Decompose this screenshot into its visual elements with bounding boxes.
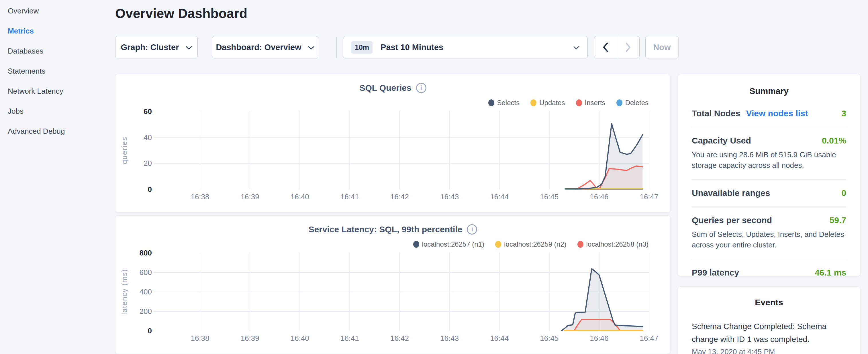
svg-text:0: 0 [148,326,152,335]
graph-dropdown[interactable]: Graph: Cluster [115,36,198,58]
legend-label: Updates [539,99,565,107]
legend-dot-icon [530,99,536,106]
sql-queries-chart-card: SQL Queries i SelectsUpdatesInsertsDelet… [115,74,671,213]
now-button[interactable]: Now [645,36,679,58]
svg-text:16:43: 16:43 [440,334,459,343]
divider [692,259,846,259]
sidebar-item-statements[interactable]: Statements [8,66,111,76]
legend-item[interactable]: Selects [488,99,520,107]
sidebar-item-jobs[interactable]: Jobs [8,106,111,116]
time-back-button[interactable] [594,36,617,58]
time-step-control [594,36,640,58]
divider [692,127,846,127]
qps-value: 59.7 [830,215,846,225]
dashboard-dropdown-label: Dashboard: Overview [216,43,301,52]
legend-dot-icon [488,99,494,106]
total-nodes-label: Total Nodes [692,108,740,118]
time-range-badge: 10m [351,41,373,54]
now-button-label: Now [653,43,671,52]
events-panel: Events Schema Change Completed: Schema c… [678,286,860,354]
summary-row-qps: Queries per second 59.7 [692,215,846,225]
total-nodes-value: 3 [841,108,846,118]
time-forward-button[interactable] [617,36,639,58]
controls-bar: Graph: Cluster Dashboard: Overview 10m P… [115,36,679,58]
graph-dropdown-label: Graph: Cluster [121,43,179,52]
info-icon[interactable]: i [416,83,426,93]
legend-label: Inserts [585,99,606,107]
svg-text:16:38: 16:38 [191,334,209,343]
qps-label: Queries per second [692,215,772,225]
summary-panel: Summary Total Nodes View nodes list 3 Ca… [678,74,860,277]
sidebar-item-network-latency[interactable]: Network Latency [8,87,111,96]
sql-queries-chart[interactable]: 16:3816:3916:4016:4116:4216:4316:4416:45… [116,107,671,206]
chevron-down-icon [573,43,580,52]
legend-dot-icon [576,99,582,106]
chart-title: Service Latency: SQL, 99th percentile [309,225,463,234]
svg-text:600: 600 [140,268,152,277]
event-timestamp: May 13, 2020 at 4:45 PM [692,347,846,354]
legend-item[interactable]: Updates [530,99,565,107]
service-latency-chart[interactable]: 16:3816:3916:4016:4116:4216:4316:4416:45… [116,249,671,347]
svg-text:16:46: 16:46 [590,334,608,343]
chart-legend: SelectsUpdatesInsertsDeletes [488,99,649,107]
legend-item[interactable]: localhost:26259 (n2) [495,240,566,248]
summary-row-p99: P99 latency 46.1 ms [692,268,846,278]
svg-text:16:41: 16:41 [340,192,359,201]
legend-item[interactable]: Deletes [616,99,649,107]
summary-row-total-nodes: Total Nodes View nodes list 3 [692,108,846,118]
svg-text:16:39: 16:39 [241,192,259,201]
page-title: Overview Dashboard [115,6,247,21]
legend-dot-icon [495,241,501,248]
time-range-dropdown[interactable]: 10m Past 10 Minutes [343,36,588,58]
legend-item[interactable]: localhost:26258 (n3) [578,240,649,248]
svg-text:16:39: 16:39 [241,334,259,343]
legend-label: Deletes [625,99,649,107]
capacity-used-value: 0.01% [822,136,846,146]
legend-dot-icon [578,241,584,248]
sidebar-item-advanced-debug[interactable]: Advanced Debug [8,127,111,136]
svg-text:0: 0 [148,185,152,194]
legend-label: localhost:26258 (n3) [586,240,649,248]
view-nodes-list-link[interactable]: View nodes list [746,108,808,118]
p99-latency-label: P99 latency [692,268,739,278]
svg-text:latency (ms): latency (ms) [120,269,129,315]
event-item[interactable]: Schema Change Completed: Schema change w… [692,320,846,354]
svg-text:16:41: 16:41 [340,334,359,343]
legend-label: Selects [497,99,520,107]
summary-row-unavailable-ranges: Unavailable ranges 0 [692,188,846,198]
svg-text:16:43: 16:43 [440,192,459,201]
svg-text:400: 400 [140,288,152,296]
svg-text:16:47: 16:47 [640,334,658,343]
legend-label: localhost:26257 (n1) [422,240,484,248]
svg-text:16:42: 16:42 [390,192,409,201]
qps-description: Sum of Selects, Updates, Inserts, and De… [692,229,846,250]
svg-text:60: 60 [144,107,152,116]
legend-item[interactable]: Inserts [576,99,606,107]
svg-text:16:45: 16:45 [540,334,559,343]
capacity-description: You are using 28.6 MiB of 515.9 GiB usab… [692,150,846,171]
svg-text:200: 200 [140,307,152,316]
svg-text:16:47: 16:47 [640,192,658,201]
svg-text:16:42: 16:42 [390,334,409,343]
divider [692,206,846,207]
service-latency-chart-card: Service Latency: SQL, 99th percentile i … [115,215,671,354]
sidebar-item-databases[interactable]: Databases [8,46,111,56]
svg-text:queries: queries [120,137,129,164]
legend-item[interactable]: localhost:26257 (n1) [413,240,484,248]
capacity-used-label: Capacity Used [692,136,751,146]
sidebar-item-overview[interactable]: Overview [8,6,111,16]
event-text: Schema Change Completed: Schema change w… [692,320,846,346]
time-range-label: Past 10 Minutes [380,43,573,52]
svg-text:800: 800 [140,249,152,257]
unavailable-ranges-label: Unavailable ranges [692,188,770,198]
events-title: Events [692,297,846,307]
p99-latency-value: 46.1 ms [815,268,846,278]
svg-text:20: 20 [144,159,152,167]
sidebar-item-metrics[interactable]: Metrics [8,26,111,36]
chart-legend: localhost:26257 (n1)localhost:26259 (n2)… [413,240,649,248]
svg-text:40: 40 [144,133,152,142]
dashboard-dropdown[interactable]: Dashboard: Overview [212,36,318,58]
svg-text:16:40: 16:40 [290,192,309,201]
info-icon[interactable]: i [467,224,477,234]
chart-title: SQL Queries [359,83,411,93]
